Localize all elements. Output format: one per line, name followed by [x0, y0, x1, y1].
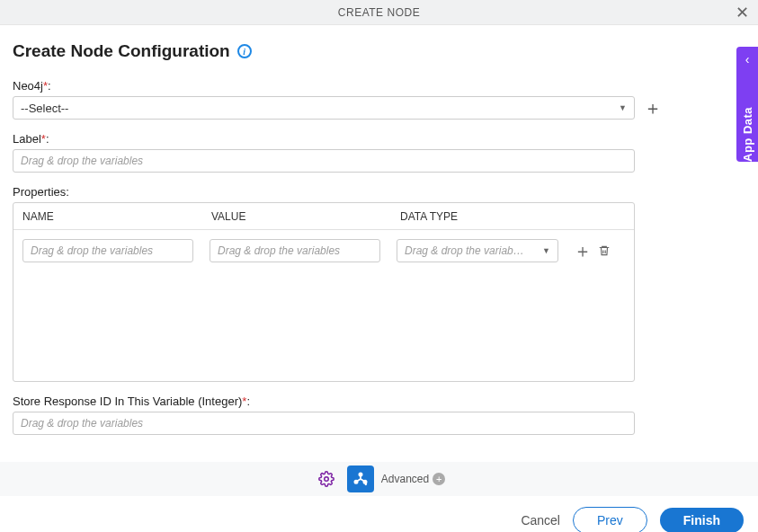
neo4j-label: Neo4j*: — [13, 79, 745, 93]
properties-header: NAME VALUE DATA TYPE — [13, 203, 634, 230]
store-label: Store Response ID In This Variable (Inte… — [13, 395, 745, 408]
properties-label: Properties: — [13, 185, 745, 199]
svg-point-0 — [325, 477, 329, 482]
toolbar: Advanced + — [0, 462, 758, 496]
neo4j-selected-value: --Select-- — [21, 102, 68, 115]
graph-icon[interactable] — [347, 466, 374, 492]
heading-text: Create Node Configuration — [13, 41, 230, 61]
prop-value-input[interactable]: Drag & drop the variables — [210, 239, 380, 262]
chevron-left-icon: ‹ — [745, 47, 750, 70]
titlebar-title: CREATE NODE — [338, 6, 420, 19]
finish-button[interactable]: Finish — [660, 508, 744, 532]
label-placeholder: Drag & drop the variables — [21, 155, 143, 167]
app-data-label: App Data — [741, 70, 754, 162]
label-row: Drag & drop the variables — [13, 149, 745, 173]
col-value-header: VALUE — [211, 210, 400, 223]
chevron-down-icon: ▼ — [542, 246, 550, 255]
col-name-header: NAME — [22, 210, 211, 223]
page-heading: Create Node Configuration i — [13, 41, 745, 61]
table-row: Drag & drop the variables Drag & drop th… — [13, 230, 634, 271]
footer: Cancel Prev Finish — [0, 496, 758, 532]
cancel-button[interactable]: Cancel — [521, 513, 560, 528]
label-input[interactable]: Drag & drop the variables — [13, 149, 635, 173]
plus-icon: + — [433, 473, 445, 485]
row-actions: ＋ — [575, 243, 612, 259]
svg-point-1 — [359, 473, 361, 475]
add-row-button[interactable]: ＋ — [575, 243, 591, 259]
close-icon[interactable]: ✕ — [736, 4, 749, 21]
delete-row-button[interactable] — [596, 243, 612, 259]
content-area: Create Node Configuration i Neo4j*: --Se… — [0, 25, 758, 444]
prev-button[interactable]: Prev — [573, 507, 647, 532]
neo4j-select[interactable]: --Select-- ▼ — [13, 96, 635, 120]
advanced-toggle[interactable]: Advanced + — [381, 473, 445, 485]
col-type-header: DATA TYPE — [400, 210, 625, 223]
neo4j-row: --Select-- ▼ ＋ — [13, 96, 745, 120]
store-block: Store Response ID In This Variable (Inte… — [13, 395, 745, 435]
titlebar: CREATE NODE ✕ — [0, 0, 758, 25]
prop-type-select[interactable]: Drag & drop the variab… ▼ — [397, 239, 558, 262]
add-neo4j-button[interactable]: ＋ — [644, 99, 662, 117]
info-icon[interactable]: i — [237, 44, 252, 58]
app-data-panel-toggle[interactable]: ‹ App Data — [736, 47, 758, 162]
store-input[interactable]: Drag & drop the variables — [13, 412, 635, 435]
properties-table: NAME VALUE DATA TYPE Drag & drop the var… — [13, 202, 635, 382]
properties-block: Properties: NAME VALUE DATA TYPE Drag & … — [13, 185, 745, 382]
label-label: Label*: — [13, 132, 745, 146]
prop-name-input[interactable]: Drag & drop the variables — [22, 239, 193, 262]
settings-icon[interactable] — [313, 466, 340, 492]
chevron-down-icon: ▼ — [619, 103, 627, 112]
